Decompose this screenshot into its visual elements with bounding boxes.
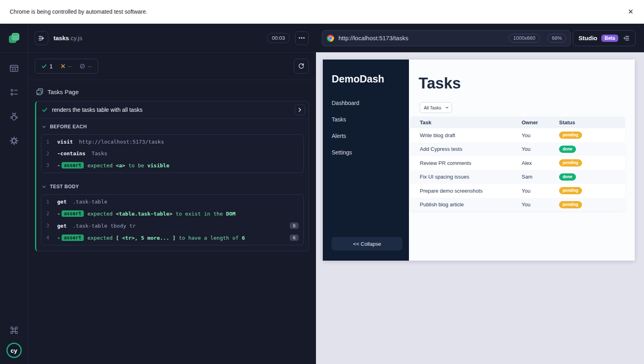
command-row[interactable]: 4-assertexpected [ <tr>, 5 more... ] to … [41,232,303,244]
command-row[interactable]: 2-assertexpected <table.task-table> to e… [41,208,303,220]
suite-title: Tasks Page [47,88,79,95]
app-brand: DemoDash [332,73,402,85]
section-test-body[interactable]: TEST BODY [36,179,309,191]
owner-cell: You [522,188,559,194]
studio-label: Studio [578,35,597,41]
demodash-content: Tasks All Tasks Task Owner Status [409,60,635,261]
command-row[interactable]: 1get.task-table [41,196,303,208]
command-row[interactable]: 1visithttp://localhost:5173/tasks [41,136,303,148]
page-title: Tasks [419,75,635,92]
keyboard-shortcuts-icon[interactable] [9,325,19,335]
table-row[interactable]: Fix UI spacing issuesSamdone [410,170,625,184]
x-icon [61,64,65,68]
command-row[interactable]: 3-assertexpected <a> to be visible [41,159,303,171]
demodash-sidebar: DemoDash DashboardTasksAlertsSettings <<… [323,60,409,261]
element-count-badge: 6 [290,234,299,241]
viewport-zoom-badge: 68% [547,34,566,43]
url-text: http://localhost:5173/tasks [339,35,504,41]
status-cell: pending [559,187,625,194]
open-test-chevron-button[interactable] [295,105,305,115]
demodash-nav: DashboardTasksAlertsSettings [332,100,402,156]
chrome-browser-icon [327,35,334,42]
browser-preview-icon[interactable] [9,63,19,74]
command-line-number: 2 [46,151,57,156]
cypress-logo [0,24,28,53]
test-block: renders the tasks table with all tasks B… [35,101,309,251]
section-label-text: BEFORE EACH [50,124,87,130]
task-cell: Fix UI spacing issues [410,174,522,180]
runner-panel: tasks.cy.js 00:03 ••• 1 [28,24,316,364]
assert-message: expected <a> to be visible [87,162,169,169]
studio-button[interactable]: Studio Beta [573,30,636,46]
spec-list-icon[interactable] [9,87,19,98]
test-title: renders the tasks table with all tasks [52,107,290,113]
collapse-sidebar-button[interactable]: << Collapse [332,237,402,251]
chrome-automation-banner: Chrome is being controlled by automated … [0,0,644,24]
assert-pill: assert [62,210,84,217]
command-name: visit [57,139,73,145]
status-cell: done [559,146,625,153]
sidebar-item-tasks[interactable]: Tasks [332,116,402,123]
element-count-badge: 6 [290,222,299,229]
aut-viewport: DemoDash DashboardTasksAlertsSettings <<… [316,52,644,364]
status-badge: pending [559,187,582,194]
close-icon[interactable]: ✕ [628,8,634,15]
command-line-number: 4 [46,235,57,241]
table-row[interactable]: Review PR commentsAlexpending [410,156,625,170]
column-header-status: Status [559,119,625,125]
task-cell: Write blog draft [410,132,522,138]
test-passed-check-icon [42,107,47,113]
column-header-owner: Owner [522,119,559,125]
command-args: .task-table tbody tr [72,223,136,229]
status-cell: done [559,173,625,181]
section-before-each[interactable]: BEFORE EACH [36,119,309,131]
test-body-commands: 1get.task-table2-assertexpected <table.t… [41,194,304,245]
settings-gear-icon[interactable] [9,136,19,146]
table-row[interactable]: Prepare demo screenshotsYoupending [410,184,625,198]
status-badge: pending [559,201,582,208]
task-cell: Publish blog article [410,202,522,208]
task-filter-select[interactable]: All Tasks [420,102,452,113]
stat-passed: 1 [41,63,53,70]
spec-menu-button[interactable]: ••• [295,31,309,45]
assert-dash: - [57,211,60,217]
chevron-down-icon [42,125,46,129]
chevron-down-icon [42,185,46,189]
task-cell: Add Cypress tests [410,146,522,152]
test-title-row[interactable]: renders the tasks table with all tasks [36,101,309,119]
sidebar-item-settings[interactable]: Settings [332,149,402,156]
command-row[interactable]: 3get.task-table tbody tr6 [41,220,303,232]
table-row[interactable]: Write blog draftYoupending [410,128,625,142]
aut-panel: http://localhost:5173/tasks 1000x660 68%… [316,24,644,364]
cypress-cy-logo[interactable]: cy [6,343,22,358]
sidebar-item-dashboard[interactable]: Dashboard [332,100,402,106]
chevron-down-icon [445,106,449,109]
spec-filename[interactable]: tasks.cy.js [54,35,82,42]
assert-pill: assert [62,234,84,241]
command-name: get [57,223,66,229]
table-row[interactable]: Publish blog articleYoupending [410,198,625,212]
debug-bug-icon[interactable] [9,111,19,122]
status-cell: pending [559,132,625,139]
failed-count: -- [68,63,72,70]
command-row[interactable]: 2-containsTasks [41,148,303,159]
sidebar-item-alerts[interactable]: Alerts [332,133,402,139]
table-row[interactable]: Add Cypress testsYoudone [410,142,625,156]
passed-count: 1 [50,63,53,70]
column-header-task: Task [410,119,522,125]
status-badge: pending [559,159,582,167]
slash-circle-icon [80,64,85,69]
command-name: get [57,199,66,205]
task-table: Task Owner Status Write blog draftYoupen… [410,117,625,212]
task-cell: Review PR comments [410,160,522,166]
url-input[interactable]: http://localhost:5173/tasks 1000x660 68% [322,30,571,46]
command-line-number: 1 [46,199,57,205]
sidebar-toggle-button[interactable] [35,31,48,45]
browser-url-bar: http://localhost:5173/tasks 1000x660 68%… [316,24,644,52]
command-line-number: 3 [46,162,57,168]
command-args: .task-table [72,199,107,205]
command-line-number: 2 [46,211,57,216]
suite-header[interactable]: Tasks Page [35,85,309,101]
rerun-tests-button[interactable] [294,59,309,74]
spec-header: tasks.cy.js 00:03 ••• [28,24,316,53]
